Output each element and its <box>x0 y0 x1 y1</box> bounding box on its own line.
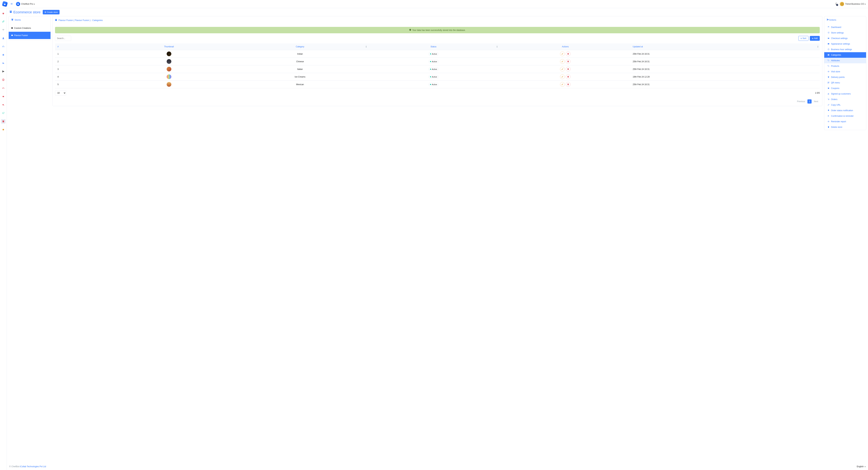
action-label: QR menu <box>831 81 840 84</box>
edit-button[interactable] <box>560 59 565 64</box>
action-label: Store settings <box>831 32 844 34</box>
cell-actions <box>499 58 631 65</box>
page-prev[interactable]: Previous <box>796 99 807 104</box>
window-icon <box>11 34 13 37</box>
rail-user-icon[interactable] <box>1 36 5 40</box>
action-label: Signed-up customers <box>831 93 850 95</box>
delete-button[interactable] <box>566 74 570 79</box>
brand-selector[interactable]: ◆ Cheifbot Pro ▾ <box>16 2 35 6</box>
store-item[interactable]: Flavour Fusion <box>9 32 51 39</box>
reply2-icon <box>2 104 4 106</box>
rail-reply-icon[interactable] <box>1 61 5 65</box>
rail-external-icon[interactable] <box>1 111 5 115</box>
edit-icon <box>561 83 563 85</box>
rail-headset-icon[interactable] <box>1 44 5 49</box>
action-item[interactable]: Visit store <box>824 69 866 74</box>
col-category[interactable]: Category▴▾ <box>232 43 368 50</box>
cell-index: 1 <box>55 50 106 58</box>
rail-user-circle-icon[interactable] <box>1 77 5 82</box>
rail-wifi-icon[interactable] <box>1 28 5 32</box>
categories-table: # Thumbnail Category▴▾ Status▴▾ Actions … <box>55 43 820 88</box>
page-current[interactable]: 1 <box>807 99 812 104</box>
action-item[interactable]: Coupons <box>824 86 866 91</box>
credit-card-icon <box>827 37 830 39</box>
action-item[interactable]: Appearance settings <box>824 41 866 47</box>
rail-fire-icon[interactable] <box>1 11 5 15</box>
action-item[interactable]: Checkout settings <box>824 36 866 41</box>
trash-icon <box>827 126 830 128</box>
action-item[interactable]: Dashboard <box>824 25 866 30</box>
action-item[interactable]: QR menu <box>824 80 866 86</box>
ticket-icon <box>827 87 830 90</box>
rail-reply2-icon[interactable] <box>1 102 5 107</box>
user-circle-icon <box>2 78 4 81</box>
add-button[interactable]: ⊕ Add <box>810 36 820 41</box>
sort-button[interactable]: ⇅ Sort <box>798 36 808 41</box>
rail-robot2-icon[interactable] <box>1 94 5 99</box>
action-item[interactable]: Delivery points <box>824 74 866 80</box>
table-row: 2ChineseActive25th Feb 24 16:31 <box>55 58 820 65</box>
action-item[interactable]: Attributes <box>824 58 866 63</box>
edit-button[interactable] <box>560 82 565 87</box>
per-page-select[interactable]: 10 <box>55 90 66 96</box>
svg-rect-25 <box>828 83 828 83</box>
rail-headset2-icon[interactable] <box>1 86 5 90</box>
page-next[interactable]: Next <box>812 99 820 104</box>
action-item[interactable]: Business hour settings <box>824 47 866 52</box>
link-icon <box>2 20 4 23</box>
users-icon <box>827 93 830 95</box>
rail-link-icon[interactable] <box>1 19 5 24</box>
action-item[interactable]: Copy URL <box>824 102 866 108</box>
cell-updated: 25th Feb 24 16:31 <box>631 81 820 88</box>
store-name: Couture Creations <box>14 27 31 29</box>
cell-thumb <box>106 58 232 65</box>
fire-icon <box>2 12 4 14</box>
action-item[interactable]: Reminder report <box>824 119 866 124</box>
plus-circle-icon: ⊕ <box>44 11 46 13</box>
topbar: ◆ ◆ Cheifbot Pro ▾ 0 ✦ Trend Business CO… <box>0 0 868 8</box>
col-index[interactable]: # <box>55 43 106 50</box>
bag-icon <box>55 19 58 22</box>
action-item[interactable]: Products <box>824 63 866 69</box>
user-menu[interactable]: ✦ Trend Business CO ▾ <box>840 2 866 6</box>
svg-point-8 <box>3 96 4 97</box>
action-item[interactable]: Store settings <box>824 30 866 36</box>
menu-toggle-button[interactable] <box>10 3 13 5</box>
delete-button[interactable] <box>566 82 570 87</box>
svg-rect-19 <box>829 54 829 55</box>
notifications-button[interactable]: 0 <box>835 3 837 5</box>
action-label: Dashboard <box>831 26 841 28</box>
cell-index: 3 <box>55 65 106 73</box>
rail-send-icon[interactable] <box>1 69 5 74</box>
headset-icon <box>2 45 4 48</box>
col-updated[interactable]: Updated at▴▾ <box>631 43 820 50</box>
delete-button[interactable] <box>566 67 570 71</box>
cell-thumb <box>106 50 232 58</box>
thumbnail-image <box>167 52 172 56</box>
action-label: Coupons <box>831 87 839 90</box>
edit-button[interactable] <box>560 74 565 79</box>
page-header: Ecommerce store ⊕ Create store <box>8 10 866 14</box>
col-status[interactable]: Status▴▾ <box>368 43 499 50</box>
edit-button[interactable] <box>560 67 565 71</box>
delete-button[interactable] <box>566 52 570 56</box>
action-label: Delete store <box>831 126 842 128</box>
rail-store-icon[interactable] <box>1 119 5 124</box>
create-store-button[interactable]: ⊕ Create store <box>43 10 60 14</box>
status-badge: Active <box>429 67 439 71</box>
rail-robot-icon[interactable] <box>1 53 5 57</box>
store-item[interactable]: Couture Creations <box>9 25 51 32</box>
action-item[interactable]: Confirmation & reminder <box>824 113 866 119</box>
qrcode-icon <box>827 82 830 84</box>
action-item[interactable]: Signed-up customers <box>824 91 866 97</box>
stores-header: Stores <box>9 16 51 25</box>
action-item[interactable]: Orders <box>824 97 866 102</box>
action-item[interactable]: Delete store <box>824 124 866 130</box>
rail-coins-icon[interactable] <box>1 128 5 132</box>
search-input[interactable] <box>55 36 71 41</box>
delete-button[interactable] <box>566 59 570 64</box>
col-thumbnail: Thumbnail <box>106 43 232 50</box>
action-item[interactable]: Order status notification <box>824 108 866 113</box>
edit-button[interactable] <box>560 52 565 56</box>
action-item[interactable]: Categories <box>824 52 866 58</box>
